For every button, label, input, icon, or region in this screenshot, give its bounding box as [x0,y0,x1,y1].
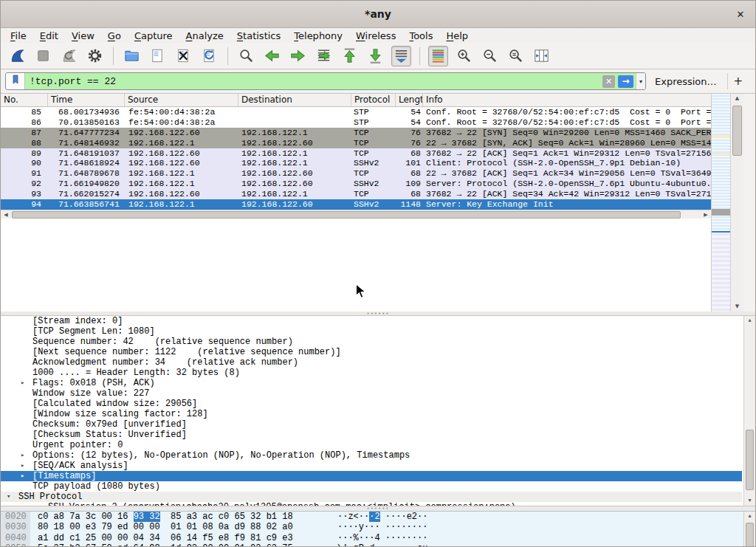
column-header-length[interactable]: Length [396,94,423,106]
detail-line-9[interactable]: [Window size scaling factor: 128] [1,409,755,419]
detail-line-15[interactable]: ▸[Timestamps] [1,471,742,481]
packet-row-89[interactable]: 8971.648191037192.168.122.60192.168.122.… [1,148,711,159]
expander-icon[interactable]: ▾ [7,492,10,502]
detail-line-8[interactable]: [Calculated window size: 29056] [1,399,755,409]
capture-options-button[interactable] [85,46,105,66]
column-header-no[interactable]: No. [1,94,48,106]
packet-row-94[interactable]: 9471.663856741192.168.122.1192.168.122.6… [1,199,711,210]
menu-telephony[interactable]: Telephony [287,30,349,41]
stop-capture-button[interactable] [33,46,53,66]
open-file-button[interactable] [122,46,142,66]
column-header-protocol[interactable]: Protocol [351,94,396,106]
filter-history-dropdown[interactable]: ▾ [636,73,645,89]
packet-row-87[interactable]: 8771.647777234192.168.122.60192.168.122.… [1,128,711,138]
hex-row-0040[interactable]: 0040a1 dd c1 25 00 00 04 34 06 14 f5 e8 … [1,533,755,543]
reload-file-button[interactable] [199,46,219,66]
save-file-button[interactable] [148,46,168,66]
restart-capture-button[interactable] [59,46,79,66]
pane-splitter-bottom[interactable]: •••••• [1,506,755,511]
detail-line-13[interactable]: ▸Options: (12 bytes), No-Operation (NOP)… [1,450,755,461]
menu-analyze[interactable]: Analyze [179,30,230,41]
packet-row-91[interactable]: 9171.648789678192.168.122.1192.168.122.6… [1,168,711,179]
detail-line-1[interactable]: [TCP Segment Len: 1080] [1,326,755,337]
hex-row-0050[interactable]: 00505c 27 b2 67 50 ad 64 98 1d 92 00 00 … [1,543,755,547]
display-filter-field[interactable]: ✕ → ▾ [5,72,646,90]
expander-icon[interactable]: ▸ [21,471,24,481]
hscroll-thumb[interactable] [12,211,681,219]
hscroll-left-arrow[interactable]: ◀ [1,212,11,218]
packet-row-93[interactable]: 9371.662015274192.168.122.60192.168.122.… [1,189,711,199]
menu-file[interactable]: File [4,30,33,41]
add-filter-button[interactable]: + [727,73,749,89]
detail-line-16[interactable]: TCP payload (1080 bytes) [1,481,755,492]
details-scroll-thumb[interactable] [746,430,754,490]
column-header-destination[interactable]: Destination [238,94,351,106]
start-capture-button[interactable] [7,46,27,66]
expander-icon[interactable]: ▸ [21,450,24,461]
details-vscrollbar[interactable]: ▲ ▼ [743,316,755,506]
column-header-info[interactable]: Info [423,94,711,106]
detail-line-11[interactable]: [Checksum Status: Unverified] [1,430,755,440]
hex-scroll-thumb[interactable] [746,523,754,547]
packet-list-minimap[interactable] [711,94,730,312]
detail-line-3[interactable]: [Next sequence number: 1122 (relative se… [1,347,755,357]
packet-row-88[interactable]: 8871.648146932192.168.122.1192.168.122.6… [1,138,711,148]
menu-view[interactable]: View [65,30,101,41]
menu-edit[interactable]: Edit [33,30,65,41]
filter-clear-button[interactable]: ✕ [602,75,615,88]
zoom-out-button[interactable] [480,46,500,66]
go-forward-button[interactable] [288,46,308,66]
zoom-100-button[interactable] [506,46,526,66]
go-first-button[interactable] [340,46,360,66]
hex-row-0020[interactable]: 0020c0 a8 7a 3c 00 16 93 32 85 a3 ac c0 … [1,512,755,522]
find-packet-button[interactable] [236,46,256,66]
hex-scroll-up[interactable]: ▲ [744,512,755,521]
filter-bookmark-button[interactable] [6,73,25,89]
detail-line-2[interactable]: Sequence number: 42 (relative sequence n… [1,337,755,347]
detail-line-17[interactable]: ▾SSH Protocol [1,492,742,502]
packet-list-vscrollbar[interactable]: ▲ ▼ [730,94,743,312]
menu-help[interactable]: Help [439,30,475,41]
hscroll-right-arrow[interactable]: ▶ [701,212,711,218]
expander-icon[interactable]: ▸ [21,461,24,471]
detail-line-12[interactable]: Urgent pointer: 0 [1,440,755,450]
display-filter-input[interactable] [25,73,602,89]
menu-wireless[interactable]: Wireless [349,30,402,41]
go-back-button[interactable] [262,46,282,66]
hex-vscrollbar[interactable]: ▲ ▼ [743,512,755,547]
menu-capture[interactable]: Capture [128,30,179,41]
close-window-button[interactable]: ✕ [733,7,748,21]
detail-line-14[interactable]: ▸[SEQ/ACK analysis] [1,461,755,471]
detail-line-10[interactable]: Checksum: 0x79ed [unverified] [1,419,755,430]
details-scroll-up[interactable]: ▲ [744,316,755,326]
vscroll-down-arrow[interactable]: ▼ [731,302,743,312]
menu-statistics[interactable]: Statistics [230,30,287,41]
zoom-in-button[interactable] [454,46,474,66]
expander-icon[interactable]: ▸ [21,378,24,388]
detail-line-4[interactable]: Acknowledgment number: 34 (relative ack … [1,357,755,368]
vscroll-up-arrow[interactable]: ▲ [731,94,743,103]
packet-row-90[interactable]: 9071.648618924192.168.122.60192.168.122.… [1,158,711,168]
column-header-time[interactable]: Time [48,94,125,106]
details-scroll-down[interactable]: ▼ [744,496,755,506]
menu-go[interactable]: Go [101,30,128,41]
vscroll-thumb[interactable] [732,106,742,156]
close-file-button[interactable] [173,46,193,66]
detail-line-6[interactable]: ▸Flags: 0x018 (PSH, ACK) [1,378,755,388]
column-header-source[interactable]: Source [125,94,238,106]
go-to-packet-button[interactable] [314,46,334,66]
go-last-button[interactable] [365,46,385,66]
packet-row-85[interactable]: 8568.001734936fe:54:00:d4:38:2aSTP54Conf… [1,107,711,117]
detail-line-7[interactable]: Window size value: 227 [1,388,755,399]
hex-row-0030[interactable]: 003080 18 00 e3 79 ed 00 00 01 01 08 0a … [1,522,755,532]
resize-columns-button[interactable] [532,46,551,66]
menu-tools[interactable]: Tools [402,30,439,41]
auto-scroll-button[interactable] [391,46,411,66]
colorize-button[interactable] [428,46,448,66]
packet-row-92[interactable]: 9271.661949820192.168.122.1192.168.122.6… [1,179,711,189]
filter-apply-button[interactable]: → [618,75,633,88]
packet-list-hscrollbar[interactable]: ◀ ▶ [1,210,711,219]
packet-row-86[interactable]: 8670.013850163fe:54:00:d4:38:2aSTP54Conf… [1,117,711,128]
detail-line-5[interactable]: 1000 .... = Header Length: 32 bytes (8) [1,368,755,378]
detail-line-0[interactable]: [Stream index: 0] [1,316,755,326]
